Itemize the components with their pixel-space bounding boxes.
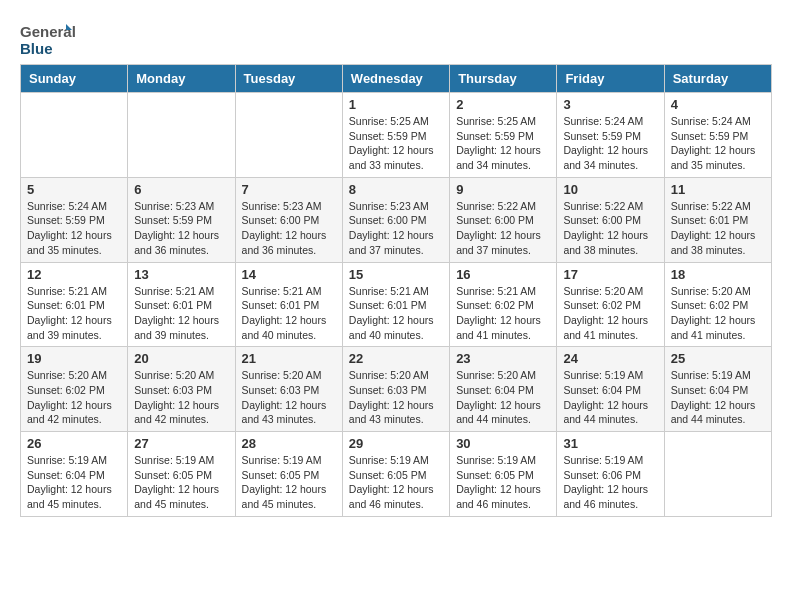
day-info: Sunrise: 5:23 AM Sunset: 6:00 PM Dayligh… [242,199,336,258]
day-number: 30 [456,436,550,451]
calendar-day-25: 25Sunrise: 5:19 AM Sunset: 6:04 PM Dayli… [664,347,771,432]
day-number: 11 [671,182,765,197]
day-info: Sunrise: 5:20 AM Sunset: 6:02 PM Dayligh… [27,368,121,427]
calendar-day-5: 5Sunrise: 5:24 AM Sunset: 5:59 PM Daylig… [21,177,128,262]
calendar-day-13: 13Sunrise: 5:21 AM Sunset: 6:01 PM Dayli… [128,262,235,347]
calendar-day-8: 8Sunrise: 5:23 AM Sunset: 6:00 PM Daylig… [342,177,449,262]
day-info: Sunrise: 5:22 AM Sunset: 6:01 PM Dayligh… [671,199,765,258]
day-info: Sunrise: 5:22 AM Sunset: 6:00 PM Dayligh… [563,199,657,258]
day-info: Sunrise: 5:20 AM Sunset: 6:04 PM Dayligh… [456,368,550,427]
header-friday: Friday [557,65,664,93]
day-number: 14 [242,267,336,282]
logo: General Blue [20,20,75,58]
day-info: Sunrise: 5:24 AM Sunset: 5:59 PM Dayligh… [671,114,765,173]
calendar-day-20: 20Sunrise: 5:20 AM Sunset: 6:03 PM Dayli… [128,347,235,432]
header-wednesday: Wednesday [342,65,449,93]
day-number: 5 [27,182,121,197]
day-number: 17 [563,267,657,282]
day-info: Sunrise: 5:19 AM Sunset: 6:04 PM Dayligh… [671,368,765,427]
header-monday: Monday [128,65,235,93]
day-number: 25 [671,351,765,366]
calendar-day-3: 3Sunrise: 5:24 AM Sunset: 5:59 PM Daylig… [557,93,664,178]
header-sunday: Sunday [21,65,128,93]
calendar-week-row: 12Sunrise: 5:21 AM Sunset: 6:01 PM Dayli… [21,262,772,347]
day-info: Sunrise: 5:21 AM Sunset: 6:02 PM Dayligh… [456,284,550,343]
calendar-day-23: 23Sunrise: 5:20 AM Sunset: 6:04 PM Dayli… [450,347,557,432]
day-number: 20 [134,351,228,366]
calendar-week-row: 1Sunrise: 5:25 AM Sunset: 5:59 PM Daylig… [21,93,772,178]
day-info: Sunrise: 5:21 AM Sunset: 6:01 PM Dayligh… [134,284,228,343]
day-number: 4 [671,97,765,112]
day-info: Sunrise: 5:19 AM Sunset: 6:06 PM Dayligh… [563,453,657,512]
day-number: 18 [671,267,765,282]
calendar-week-row: 19Sunrise: 5:20 AM Sunset: 6:02 PM Dayli… [21,347,772,432]
calendar-day-7: 7Sunrise: 5:23 AM Sunset: 6:00 PM Daylig… [235,177,342,262]
calendar-day-28: 28Sunrise: 5:19 AM Sunset: 6:05 PM Dayli… [235,432,342,517]
calendar-day-2: 2Sunrise: 5:25 AM Sunset: 5:59 PM Daylig… [450,93,557,178]
calendar-day-11: 11Sunrise: 5:22 AM Sunset: 6:01 PM Dayli… [664,177,771,262]
day-number: 13 [134,267,228,282]
day-number: 12 [27,267,121,282]
calendar-empty-cell [128,93,235,178]
day-info: Sunrise: 5:21 AM Sunset: 6:01 PM Dayligh… [349,284,443,343]
day-info: Sunrise: 5:21 AM Sunset: 6:01 PM Dayligh… [242,284,336,343]
day-number: 19 [27,351,121,366]
calendar-day-9: 9Sunrise: 5:22 AM Sunset: 6:00 PM Daylig… [450,177,557,262]
day-number: 31 [563,436,657,451]
day-info: Sunrise: 5:20 AM Sunset: 6:03 PM Dayligh… [349,368,443,427]
day-number: 22 [349,351,443,366]
day-info: Sunrise: 5:19 AM Sunset: 6:05 PM Dayligh… [242,453,336,512]
calendar-day-14: 14Sunrise: 5:21 AM Sunset: 6:01 PM Dayli… [235,262,342,347]
calendar-day-19: 19Sunrise: 5:20 AM Sunset: 6:02 PM Dayli… [21,347,128,432]
day-info: Sunrise: 5:24 AM Sunset: 5:59 PM Dayligh… [27,199,121,258]
calendar-day-21: 21Sunrise: 5:20 AM Sunset: 6:03 PM Dayli… [235,347,342,432]
day-number: 28 [242,436,336,451]
day-number: 23 [456,351,550,366]
day-number: 29 [349,436,443,451]
day-number: 3 [563,97,657,112]
calendar-week-row: 26Sunrise: 5:19 AM Sunset: 6:04 PM Dayli… [21,432,772,517]
header-thursday: Thursday [450,65,557,93]
day-info: Sunrise: 5:23 AM Sunset: 5:59 PM Dayligh… [134,199,228,258]
day-number: 10 [563,182,657,197]
calendar-day-16: 16Sunrise: 5:21 AM Sunset: 6:02 PM Dayli… [450,262,557,347]
day-info: Sunrise: 5:25 AM Sunset: 5:59 PM Dayligh… [349,114,443,173]
calendar-week-row: 5Sunrise: 5:24 AM Sunset: 5:59 PM Daylig… [21,177,772,262]
calendar-header-row: SundayMondayTuesdayWednesdayThursdayFrid… [21,65,772,93]
header: General Blue [20,20,772,58]
day-info: Sunrise: 5:19 AM Sunset: 6:05 PM Dayligh… [456,453,550,512]
calendar-day-17: 17Sunrise: 5:20 AM Sunset: 6:02 PM Dayli… [557,262,664,347]
header-tuesday: Tuesday [235,65,342,93]
day-number: 1 [349,97,443,112]
day-number: 27 [134,436,228,451]
calendar-table: SundayMondayTuesdayWednesdayThursdayFrid… [20,64,772,517]
calendar-day-6: 6Sunrise: 5:23 AM Sunset: 5:59 PM Daylig… [128,177,235,262]
calendar-day-10: 10Sunrise: 5:22 AM Sunset: 6:00 PM Dayli… [557,177,664,262]
calendar-day-12: 12Sunrise: 5:21 AM Sunset: 6:01 PM Dayli… [21,262,128,347]
calendar-day-4: 4Sunrise: 5:24 AM Sunset: 5:59 PM Daylig… [664,93,771,178]
day-number: 24 [563,351,657,366]
day-info: Sunrise: 5:19 AM Sunset: 6:05 PM Dayligh… [349,453,443,512]
day-info: Sunrise: 5:20 AM Sunset: 6:02 PM Dayligh… [563,284,657,343]
day-info: Sunrise: 5:21 AM Sunset: 6:01 PM Dayligh… [27,284,121,343]
header-saturday: Saturday [664,65,771,93]
calendar-day-22: 22Sunrise: 5:20 AM Sunset: 6:03 PM Dayli… [342,347,449,432]
calendar-day-30: 30Sunrise: 5:19 AM Sunset: 6:05 PM Dayli… [450,432,557,517]
calendar-day-29: 29Sunrise: 5:19 AM Sunset: 6:05 PM Dayli… [342,432,449,517]
day-number: 15 [349,267,443,282]
calendar-day-18: 18Sunrise: 5:20 AM Sunset: 6:02 PM Dayli… [664,262,771,347]
calendar-day-26: 26Sunrise: 5:19 AM Sunset: 6:04 PM Dayli… [21,432,128,517]
day-info: Sunrise: 5:19 AM Sunset: 6:04 PM Dayligh… [27,453,121,512]
calendar-empty-cell [664,432,771,517]
day-number: 9 [456,182,550,197]
calendar-empty-cell [235,93,342,178]
day-number: 21 [242,351,336,366]
day-info: Sunrise: 5:19 AM Sunset: 6:05 PM Dayligh… [134,453,228,512]
calendar-day-31: 31Sunrise: 5:19 AM Sunset: 6:06 PM Dayli… [557,432,664,517]
calendar-day-1: 1Sunrise: 5:25 AM Sunset: 5:59 PM Daylig… [342,93,449,178]
calendar-day-15: 15Sunrise: 5:21 AM Sunset: 6:01 PM Dayli… [342,262,449,347]
day-number: 6 [134,182,228,197]
day-number: 16 [456,267,550,282]
day-info: Sunrise: 5:20 AM Sunset: 6:03 PM Dayligh… [134,368,228,427]
day-info: Sunrise: 5:24 AM Sunset: 5:59 PM Dayligh… [563,114,657,173]
